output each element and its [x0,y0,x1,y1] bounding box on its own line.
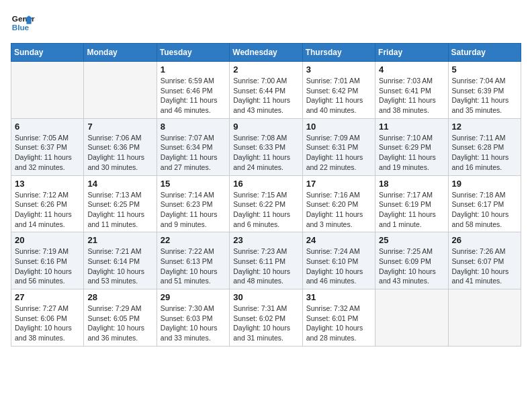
calendar-cell: 13Sunrise: 7:12 AMSunset: 6:26 PMDayligh… [11,175,84,232]
calendar-cell: 2Sunrise: 7:00 AMSunset: 6:44 PMDaylight… [230,62,302,119]
calendar-cell: 12Sunrise: 7:11 AMSunset: 6:28 PMDayligh… [448,118,521,175]
calendar-cell: 31Sunrise: 7:32 AMSunset: 6:01 PMDayligh… [302,289,375,347]
day-number: 19 [452,179,517,189]
calendar-cell: 18Sunrise: 7:17 AMSunset: 6:19 PMDayligh… [375,175,448,232]
day-info: Sunrise: 7:14 AMSunset: 6:23 PMDaylight:… [161,190,226,230]
day-info: Sunrise: 7:24 AMSunset: 6:10 PMDaylight:… [306,246,371,286]
day-number: 20 [15,235,80,245]
day-number: 8 [161,122,226,132]
calendar-cell: 28Sunrise: 7:29 AMSunset: 6:05 PMDayligh… [84,289,157,347]
day-number: 31 [306,292,371,302]
day-number: 24 [306,235,371,245]
day-info: Sunrise: 7:31 AMSunset: 6:02 PMDaylight:… [233,304,298,343]
calendar-cell: 17Sunrise: 7:16 AMSunset: 6:20 PMDayligh… [302,175,375,232]
day-info: Sunrise: 7:11 AMSunset: 6:28 PMDaylight:… [452,133,517,173]
calendar-week-row: 6Sunrise: 7:05 AMSunset: 6:37 PMDaylight… [11,118,521,175]
calendar-cell: 20Sunrise: 7:19 AMSunset: 6:16 PMDayligh… [11,232,84,289]
calendar-cell: 3Sunrise: 7:01 AMSunset: 6:42 PMDaylight… [302,62,375,119]
day-info: Sunrise: 7:08 AMSunset: 6:33 PMDaylight:… [233,133,298,173]
day-info: Sunrise: 7:23 AMSunset: 6:11 PMDaylight:… [233,246,298,286]
day-number: 15 [161,179,226,189]
day-number: 30 [233,292,298,302]
day-info: Sunrise: 7:25 AMSunset: 6:09 PMDaylight:… [379,246,444,286]
day-info: Sunrise: 7:06 AMSunset: 6:36 PMDaylight:… [87,133,152,173]
day-number: 12 [452,122,517,132]
day-info: Sunrise: 7:19 AMSunset: 6:16 PMDaylight:… [15,246,80,286]
calendar-cell: 23Sunrise: 7:23 AMSunset: 6:11 PMDayligh… [230,232,302,289]
day-number: 25 [379,235,444,245]
day-number: 14 [87,179,152,189]
calendar-cell: 29Sunrise: 7:30 AMSunset: 6:03 PMDayligh… [157,289,229,347]
calendar-week-row: 1Sunrise: 6:59 AMSunset: 6:46 PMDaylight… [11,62,521,119]
day-number: 1 [161,64,226,75]
day-info: Sunrise: 7:27 AMSunset: 6:06 PMDaylight:… [15,304,80,343]
day-info: Sunrise: 7:01 AMSunset: 6:42 PMDaylight:… [306,76,371,116]
day-info: Sunrise: 7:21 AMSunset: 6:14 PMDaylight:… [87,246,152,286]
day-info: Sunrise: 7:00 AMSunset: 6:44 PMDaylight:… [233,76,298,116]
calendar-cell: 11Sunrise: 7:10 AMSunset: 6:29 PMDayligh… [375,118,448,175]
day-of-week-header: Monday [84,44,157,62]
calendar-cell: 8Sunrise: 7:07 AMSunset: 6:34 PMDaylight… [157,118,229,175]
day-info: Sunrise: 7:26 AMSunset: 6:07 PMDaylight:… [452,246,517,286]
day-info: Sunrise: 7:29 AMSunset: 6:05 PMDaylight:… [87,304,152,343]
day-number: 16 [233,179,298,189]
day-number: 27 [15,292,80,302]
day-number: 9 [233,122,298,132]
calendar-header-row: SundayMondayTuesdayWednesdayThursdayFrid… [11,44,521,62]
calendar-week-row: 27Sunrise: 7:27 AMSunset: 6:06 PMDayligh… [11,289,521,347]
day-of-week-header: Sunday [11,44,84,62]
calendar-cell: 1Sunrise: 6:59 AMSunset: 6:46 PMDaylight… [157,62,229,119]
calendar-cell: 10Sunrise: 7:09 AMSunset: 6:31 PMDayligh… [302,118,375,175]
calendar-cell: 26Sunrise: 7:26 AMSunset: 6:07 PMDayligh… [448,232,521,289]
logo: General Blue [11,11,35,35]
day-info: Sunrise: 6:59 AMSunset: 6:46 PMDaylight:… [161,76,226,116]
day-number: 11 [379,122,444,132]
logo-icon: General Blue [11,11,35,35]
day-number: 7 [87,122,152,132]
calendar-cell [448,289,521,347]
day-of-week-header: Thursday [302,44,375,62]
calendar-week-row: 13Sunrise: 7:12 AMSunset: 6:26 PMDayligh… [11,175,521,232]
calendar-cell: 30Sunrise: 7:31 AMSunset: 6:02 PMDayligh… [230,289,302,347]
day-of-week-header: Wednesday [230,44,302,62]
day-number: 26 [452,235,517,245]
day-info: Sunrise: 7:22 AMSunset: 6:13 PMDaylight:… [161,246,226,286]
day-info: Sunrise: 7:13 AMSunset: 6:25 PMDaylight:… [87,190,152,230]
calendar-cell: 4Sunrise: 7:03 AMSunset: 6:41 PMDaylight… [375,62,448,119]
day-of-week-header: Saturday [448,44,521,62]
calendar-cell: 22Sunrise: 7:22 AMSunset: 6:13 PMDayligh… [157,232,229,289]
day-number: 10 [306,122,371,132]
calendar-cell: 6Sunrise: 7:05 AMSunset: 6:37 PMDaylight… [11,118,84,175]
calendar-cell: 25Sunrise: 7:25 AMSunset: 6:09 PMDayligh… [375,232,448,289]
day-number: 28 [87,292,152,302]
day-number: 3 [306,64,371,75]
calendar-cell: 27Sunrise: 7:27 AMSunset: 6:06 PMDayligh… [11,289,84,347]
day-info: Sunrise: 7:30 AMSunset: 6:03 PMDaylight:… [161,304,226,343]
day-info: Sunrise: 7:17 AMSunset: 6:19 PMDaylight:… [379,190,444,230]
day-info: Sunrise: 7:05 AMSunset: 6:37 PMDaylight:… [15,133,80,173]
day-info: Sunrise: 7:07 AMSunset: 6:34 PMDaylight:… [161,133,226,173]
day-number: 13 [15,179,80,189]
page-header: General Blue [11,11,521,35]
day-info: Sunrise: 7:18 AMSunset: 6:17 PMDaylight:… [452,190,517,230]
calendar-cell [84,62,157,119]
day-number: 29 [161,292,226,302]
day-info: Sunrise: 7:16 AMSunset: 6:20 PMDaylight:… [306,190,371,230]
day-number: 2 [233,64,298,75]
calendar-cell: 5Sunrise: 7:04 AMSunset: 6:39 PMDaylight… [448,62,521,119]
day-info: Sunrise: 7:03 AMSunset: 6:41 PMDaylight:… [379,76,444,116]
day-number: 22 [161,235,226,245]
day-number: 21 [87,235,152,245]
calendar-cell: 21Sunrise: 7:21 AMSunset: 6:14 PMDayligh… [84,232,157,289]
day-info: Sunrise: 7:04 AMSunset: 6:39 PMDaylight:… [452,76,517,116]
calendar-cell: 7Sunrise: 7:06 AMSunset: 6:36 PMDaylight… [84,118,157,175]
day-of-week-header: Tuesday [157,44,229,62]
day-number: 17 [306,179,371,189]
calendar-week-row: 20Sunrise: 7:19 AMSunset: 6:16 PMDayligh… [11,232,521,289]
day-info: Sunrise: 7:32 AMSunset: 6:01 PMDaylight:… [306,304,371,343]
calendar-cell: 16Sunrise: 7:15 AMSunset: 6:22 PMDayligh… [230,175,302,232]
calendar-table: SundayMondayTuesdayWednesdayThursdayFrid… [11,43,521,347]
day-number: 4 [379,64,444,75]
calendar-cell [11,62,84,119]
calendar-cell: 19Sunrise: 7:18 AMSunset: 6:17 PMDayligh… [448,175,521,232]
